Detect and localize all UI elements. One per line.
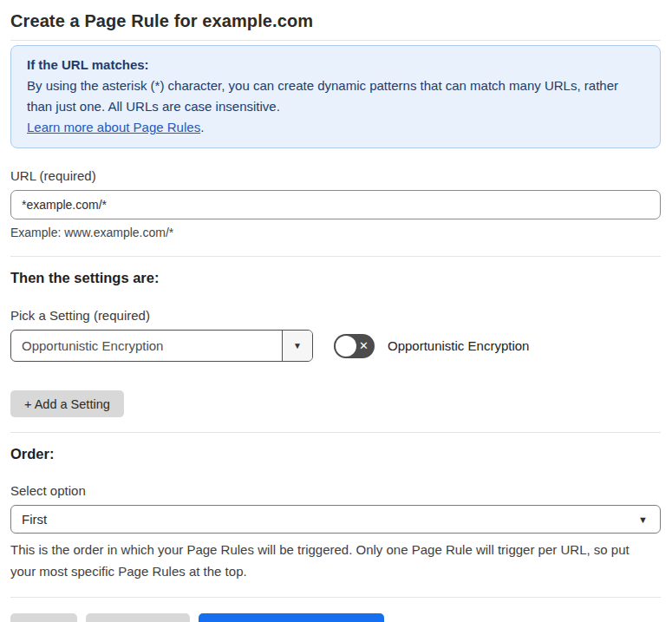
info-box-body: By using the asterisk (*) character, you… xyxy=(27,75,644,117)
order-select[interactable]: First ▼ xyxy=(10,505,661,534)
info-box-link-line: Learn more about Page Rules. xyxy=(27,117,644,138)
chevron-down-icon: ▼ xyxy=(638,514,648,525)
order-select-value: First xyxy=(22,512,47,527)
divider xyxy=(10,597,661,598)
url-input[interactable] xyxy=(10,190,661,219)
save-as-draft-button[interactable]: Save as Draft xyxy=(86,613,190,622)
setting-dropdown-value: Opportunistic Encryption xyxy=(11,331,282,361)
pick-setting-label: Pick a Setting (required) xyxy=(10,308,661,323)
opportunistic-encryption-toggle[interactable]: ✕ xyxy=(334,334,375,358)
url-field-label: URL (required) xyxy=(10,168,661,183)
divider xyxy=(10,432,661,433)
setting-dropdown[interactable]: Opportunistic Encryption ▼ xyxy=(10,330,313,362)
url-example-text: Example: www.example.com/* xyxy=(10,226,661,239)
link-suffix: . xyxy=(200,120,204,134)
footer-actions: Cancel Save as Draft Save and Deploy Pag… xyxy=(10,613,661,622)
toggle-off-x-icon: ✕ xyxy=(359,334,369,358)
url-matches-info-box: If the URL matches: By using the asteris… xyxy=(10,45,661,148)
cancel-button[interactable]: Cancel xyxy=(10,613,77,622)
create-page-rule-form: Create a Page Rule for example.com If th… xyxy=(0,0,672,622)
order-section-heading: Order: xyxy=(10,446,661,462)
learn-more-link[interactable]: Learn more about Page Rules xyxy=(27,120,200,134)
info-box-heading: If the URL matches: xyxy=(27,55,644,75)
divider xyxy=(10,256,661,257)
order-select-label: Select option xyxy=(10,483,661,498)
dropdown-arrow-button[interactable]: ▼ xyxy=(282,331,312,361)
divider xyxy=(10,40,661,41)
toggle-label: Opportunistic Encryption xyxy=(388,338,529,353)
order-help-text: This is the order in which your Page Rul… xyxy=(10,539,652,582)
page-title: Create a Page Rule for example.com xyxy=(10,11,661,31)
setting-row: Opportunistic Encryption ▼ ✕ Opportunist… xyxy=(10,330,661,362)
save-and-deploy-button[interactable]: Save and Deploy Page Rule xyxy=(199,613,384,622)
add-setting-button[interactable]: + Add a Setting xyxy=(10,390,124,417)
settings-section-heading: Then the settings are: xyxy=(10,270,661,286)
chevron-down-icon: ▼ xyxy=(293,341,302,350)
toggle-knob xyxy=(336,336,356,357)
